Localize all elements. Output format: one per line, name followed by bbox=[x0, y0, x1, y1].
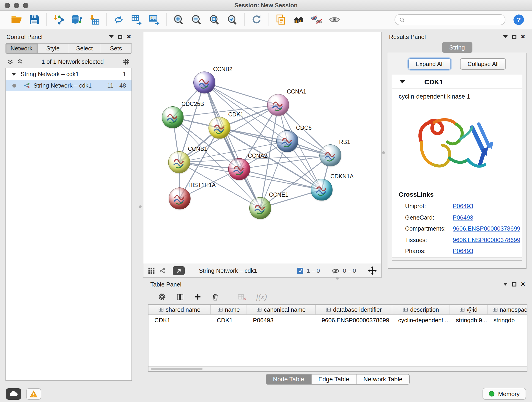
export-table-button[interactable] bbox=[130, 13, 143, 27]
collapse-all-networks-icon[interactable] bbox=[7, 58, 13, 64]
duplicate-page-button[interactable] bbox=[274, 13, 288, 27]
network-row[interactable]: String Network – cdk1 11 48 bbox=[6, 80, 132, 91]
save-session-button[interactable] bbox=[27, 13, 41, 27]
hide-selected-button[interactable] bbox=[310, 13, 323, 27]
table-settings-gear-icon[interactable] bbox=[158, 293, 166, 301]
close-panel-icon[interactable]: × bbox=[521, 33, 525, 40]
network-node-CDC6[interactable] bbox=[276, 130, 298, 152]
birdseye-view-button[interactable] bbox=[173, 266, 185, 275]
network-node-HIST1H1A[interactable] bbox=[169, 187, 191, 210]
tab-edge-table[interactable]: Edge Table bbox=[311, 374, 356, 385]
cloud-button[interactable] bbox=[6, 388, 21, 400]
warning-button[interactable] bbox=[26, 388, 41, 400]
network-node-RB1[interactable] bbox=[319, 144, 341, 166]
memory-button[interactable]: Memory bbox=[482, 388, 526, 400]
open-session-button[interactable] bbox=[10, 13, 23, 27]
expand-all-networks-icon[interactable] bbox=[17, 58, 23, 64]
network-node-CCNE1[interactable] bbox=[249, 197, 271, 219]
tab-string[interactable]: String bbox=[442, 42, 472, 53]
help-button[interactable]: ? bbox=[512, 13, 526, 27]
bottom-splitter-handle[interactable] bbox=[336, 277, 339, 280]
new-network-from-selection-button[interactable] bbox=[112, 13, 126, 27]
column-header-database-identifier[interactable]: database identifier bbox=[316, 305, 392, 314]
gene-box-scrollbar[interactable] bbox=[392, 257, 522, 260]
network-overview-button[interactable] bbox=[292, 13, 306, 27]
zoom-out-button[interactable] bbox=[190, 13, 203, 27]
table-cell[interactable]: stringdb bbox=[488, 315, 527, 325]
tab-sets[interactable]: Sets bbox=[100, 43, 132, 54]
panel-menu-icon[interactable] bbox=[503, 283, 507, 286]
crosslink-value-link[interactable]: P06493 bbox=[453, 248, 473, 254]
close-panel-icon[interactable]: × bbox=[521, 281, 525, 288]
import-network-from-file-button[interactable] bbox=[52, 13, 65, 27]
crosslink-value-link[interactable]: P06493 bbox=[453, 214, 473, 221]
network-canvas[interactable]: CCNB2CCNA1CDC25BCDK1CDC6RB1CCNB1CCNA2CDK… bbox=[143, 32, 381, 264]
network-node-CDKN1A[interactable] bbox=[311, 179, 333, 201]
close-window-button[interactable] bbox=[5, 3, 10, 8]
pan-crosshair-icon[interactable] bbox=[368, 266, 377, 275]
column-header-description[interactable]: description bbox=[392, 305, 450, 314]
float-panel-icon[interactable] bbox=[512, 282, 516, 286]
tab-select[interactable]: Select bbox=[69, 43, 101, 54]
zoom-in-button[interactable] bbox=[172, 13, 186, 27]
gene-header[interactable]: CDK1 bbox=[392, 75, 522, 89]
search-input[interactable] bbox=[408, 16, 501, 23]
right-splitter-handle[interactable] bbox=[382, 151, 385, 154]
collapse-all-button[interactable]: Collapse All bbox=[460, 58, 506, 70]
grid-view-icon[interactable] bbox=[148, 267, 155, 274]
table-row[interactable]: CDK1CDK1P064939606.ENSP00000378699cyclin… bbox=[148, 315, 527, 325]
column-header--id[interactable]: @id bbox=[450, 305, 488, 314]
search-box[interactable] bbox=[394, 14, 505, 25]
column-header-name[interactable]: name bbox=[211, 305, 247, 314]
network-node-CDK1[interactable] bbox=[209, 117, 230, 139]
network-node-CCNB1[interactable] bbox=[168, 151, 190, 173]
table-horizontal-scrollbar[interactable] bbox=[148, 366, 527, 371]
zoom-fit-content-button[interactable] bbox=[208, 13, 221, 27]
selected-nodes-icon[interactable] bbox=[297, 268, 303, 274]
network-node-CCNA2[interactable] bbox=[228, 158, 250, 180]
create-column-icon[interactable] bbox=[194, 293, 202, 301]
collapse-gene-icon[interactable] bbox=[399, 80, 405, 83]
minimize-window-button[interactable] bbox=[14, 3, 19, 8]
column-header-namespac[interactable]: namespac bbox=[488, 305, 527, 314]
show-columns-icon[interactable] bbox=[176, 293, 184, 301]
tab-network-table[interactable]: Network Table bbox=[356, 374, 410, 385]
apply-preferred-layout-button[interactable] bbox=[250, 13, 264, 27]
crosslink-value-link[interactable]: 9606.ENSP00000378699 bbox=[453, 225, 520, 232]
left-splitter-handle[interactable] bbox=[139, 205, 142, 208]
tab-network[interactable]: Network bbox=[6, 43, 38, 54]
network-node-CCNA1[interactable] bbox=[267, 94, 289, 116]
float-panel-icon[interactable] bbox=[118, 35, 122, 39]
table-cell[interactable]: P06493 bbox=[247, 315, 316, 325]
column-header-shared-name[interactable]: shared name bbox=[148, 305, 211, 314]
delete-column-icon[interactable] bbox=[211, 293, 220, 301]
zoom-selected-button[interactable] bbox=[225, 13, 239, 27]
network-node-CCNB2[interactable] bbox=[193, 71, 215, 94]
close-panel-icon[interactable]: × bbox=[127, 33, 131, 40]
export-image-button[interactable] bbox=[147, 13, 161, 27]
network-node-CDC25B[interactable] bbox=[162, 106, 184, 128]
tab-node-table[interactable]: Node Table bbox=[266, 374, 311, 385]
gear-icon[interactable] bbox=[122, 57, 130, 65]
column-header-canonical-name[interactable]: canonical name bbox=[247, 305, 316, 314]
float-panel-icon[interactable] bbox=[512, 35, 516, 39]
panel-menu-icon[interactable] bbox=[503, 35, 507, 38]
network-collection-row[interactable]: String Network – cdk1 1 bbox=[6, 68, 132, 80]
import-network-from-database-button[interactable] bbox=[70, 13, 83, 27]
hidden-nodes-icon[interactable] bbox=[332, 268, 340, 274]
tab-style[interactable]: Style bbox=[37, 43, 69, 54]
import-table-from-file-button[interactable] bbox=[88, 13, 101, 27]
maximize-window-button[interactable] bbox=[23, 3, 28, 8]
panel-menu-icon[interactable] bbox=[109, 35, 114, 38]
crosslink-value-link[interactable]: P06493 bbox=[453, 203, 473, 210]
show-graphics-details-button[interactable] bbox=[328, 13, 341, 27]
table-cell[interactable]: cyclin-dependent ... bbox=[392, 315, 450, 325]
table-cell[interactable]: 9606.ENSP00000378699 bbox=[316, 315, 392, 325]
table-cell[interactable]: stringdb:9... bbox=[450, 315, 488, 325]
crosslink-value-link[interactable]: 9606.ENSP00000378699 bbox=[453, 236, 520, 243]
tree-expander-icon[interactable] bbox=[12, 73, 16, 75]
share-network-icon[interactable] bbox=[159, 267, 166, 274]
scrollbar-thumb[interactable] bbox=[151, 368, 203, 370]
table-cell[interactable]: CDK1 bbox=[148, 315, 211, 325]
expand-all-button[interactable]: Expand All bbox=[408, 58, 451, 70]
